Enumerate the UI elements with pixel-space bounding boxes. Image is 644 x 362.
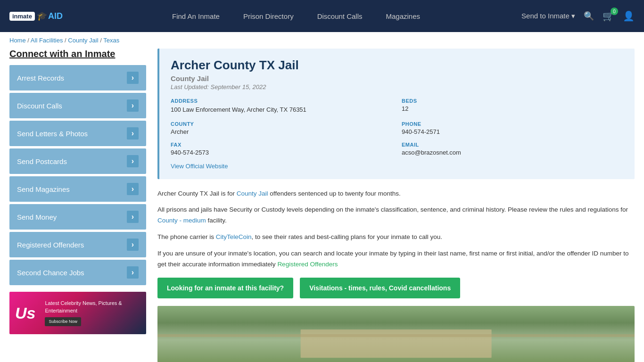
sidebar-item-arrest-records[interactable]: Arrest Records ›	[9, 65, 146, 90]
sidebar-item-send-letters[interactable]: Send Letters & Photos ›	[9, 121, 146, 146]
header-actions: Send to Inmate ▾ 🔍 🛒 0 👤	[521, 10, 635, 22]
logo-icon: inmate	[9, 12, 35, 21]
desc-para-1: Archer County TX Jail is for County Jail…	[157, 189, 635, 199]
desc-para-3: The phone carrier is CityTeleCoin, to se…	[157, 232, 635, 243]
beds-group: BEDS 12	[402, 98, 623, 115]
phone-group: PHONE 940-574-2571	[402, 121, 623, 135]
aerial-image-road	[157, 334, 635, 337]
sidebar-item-label: Discount Calls	[17, 102, 62, 110]
facility-card: Archer County TX Jail County Jail Last U…	[157, 49, 635, 179]
nav-discount-calls[interactable]: Discount Calls	[317, 12, 363, 20]
sidebar-item-label: Second Chance Jobs	[17, 269, 84, 277]
sidebar: Connect with an Inmate Arrest Records › …	[9, 49, 146, 334]
breadcrumb-texas[interactable]: Texas	[103, 37, 119, 44]
sidebar-item-label: Send Money	[17, 213, 57, 221]
facility-updated: Last Updated: September 15, 2022	[171, 83, 623, 90]
logo-hat-icon: 🎓	[37, 11, 47, 21]
sidebar-arrow-icon: ›	[127, 127, 139, 140]
beds-value: 12	[402, 105, 623, 112]
sidebar-arrow-icon: ›	[127, 183, 139, 195]
ad-subtext: Latest Celebrity News, Pictures & Entert…	[45, 300, 142, 314]
cart-wrapper[interactable]: 🛒 0	[603, 10, 614, 22]
phone-value: 940-574-2571	[402, 128, 623, 135]
facility-details: ADDRESS 100 Law Enforcement Way, Archer …	[171, 98, 623, 156]
nav-prison-directory[interactable]: Prison Directory	[243, 12, 294, 20]
sidebar-item-label: Arrest Records	[17, 74, 64, 82]
desc-para-4: If you are unsure of your inmate's locat…	[157, 248, 635, 270]
main-content: Archer County TX Jail County Jail Last U…	[157, 49, 635, 362]
ad-content: Latest Celebrity News, Pictures & Entert…	[41, 296, 146, 329]
facility-description: Archer County TX Jail is for County Jail…	[157, 189, 635, 271]
fax-label: FAX	[171, 142, 392, 148]
action-buttons: Looking for an inmate at this facility? …	[157, 278, 635, 298]
sidebar-arrow-icon: ›	[127, 211, 139, 223]
beds-label: BEDS	[402, 98, 623, 104]
search-icon[interactable]: 🔍	[584, 11, 594, 21]
visitations-button[interactable]: Visitations - times, rules, Covid cancel…	[300, 278, 460, 298]
sidebar-item-send-money[interactable]: Send Money ›	[9, 204, 146, 230]
sidebar-arrow-icon: ›	[127, 266, 139, 279]
logo[interactable]: inmate 🎓 AID	[9, 11, 71, 21]
county-group: COUNTY Archer	[171, 121, 392, 135]
address-group: ADDRESS 100 Law Enforcement Way, Archer …	[171, 98, 392, 115]
breadcrumb-home[interactable]: Home	[9, 37, 26, 44]
breadcrumb-county-jail[interactable]: County Jail	[68, 37, 98, 44]
county-label: COUNTY	[171, 121, 392, 127]
county-jail-link[interactable]: County Jail	[237, 190, 268, 197]
main-nav: Find An Inmate Prison Directory Discount…	[85, 12, 507, 20]
sidebar-arrow-icon: ›	[127, 99, 139, 112]
send-to-inmate-button[interactable]: Send to Inmate ▾	[521, 12, 575, 20]
looking-for-inmate-button[interactable]: Looking for an inmate at this facility?	[157, 278, 293, 298]
cart-badge: 0	[611, 8, 618, 15]
sidebar-item-send-magazines[interactable]: Send Magazines ›	[9, 176, 146, 202]
sidebar-title: Connect with an Inmate	[9, 49, 146, 59]
sidebar-arrow-icon: ›	[127, 155, 139, 167]
fax-value: 940-574-2573	[171, 149, 392, 156]
aerial-image-overlay	[301, 329, 492, 358]
desc-para-2: All prisons and jails have Security or C…	[157, 205, 635, 226]
fax-group: FAX 940-574-2573	[171, 142, 392, 156]
citytelecoin-link[interactable]: CityTeleCoin	[216, 233, 252, 240]
county-medium-link[interactable]: County - medium	[157, 217, 206, 224]
sidebar-item-send-postcards[interactable]: Send Postcards ›	[9, 148, 146, 174]
ad-brand-logo: Us	[9, 304, 41, 322]
address-label: ADDRESS	[171, 98, 392, 104]
email-label: EMAIL	[402, 142, 623, 148]
county-value: Archer	[171, 128, 392, 135]
sidebar-arrow-icon: ›	[127, 239, 139, 251]
main-layout: Connect with an Inmate Arrest Records › …	[0, 49, 644, 362]
facility-type: County Jail	[171, 74, 623, 82]
breadcrumb: Home / All Facilities / County Jail / Te…	[0, 32, 644, 49]
facility-name: Archer County TX Jail	[171, 58, 623, 73]
registered-offenders-link[interactable]: Registered Offenders	[277, 261, 338, 268]
view-website-link[interactable]: View Official Website	[171, 163, 228, 170]
site-header: inmate 🎓 AID Find An Inmate Prison Direc…	[0, 0, 644, 32]
phone-label: PHONE	[402, 121, 623, 127]
sidebar-item-registered-offenders[interactable]: Registered Offenders ›	[9, 232, 146, 257]
user-icon[interactable]: 👤	[623, 10, 635, 22]
sidebar-item-second-chance-jobs[interactable]: Second Chance Jobs ›	[9, 260, 146, 285]
sidebar-item-label: Send Postcards	[17, 157, 67, 165]
sidebar-item-label: Registered Offenders	[17, 241, 84, 249]
email-group: EMAIL acso@brazosnet.com	[402, 142, 623, 156]
sidebar-arrow-icon: ›	[127, 72, 139, 84]
logo-aid-text: AID	[48, 11, 63, 21]
sidebar-ad[interactable]: Us Latest Celebrity News, Pictures & Ent…	[9, 292, 146, 334]
sidebar-item-label: Send Letters & Photos	[17, 130, 88, 138]
sidebar-item-label: Send Magazines	[17, 185, 70, 193]
ad-subscribe-button[interactable]: Subscribe Now	[45, 317, 81, 326]
email-value: acso@brazosnet.com	[402, 149, 623, 156]
nav-find-inmate[interactable]: Find An Inmate	[172, 12, 220, 20]
nav-magazines[interactable]: Magazines	[386, 12, 421, 20]
address-value: 100 Law Enforcement Way, Archer City, TX…	[171, 105, 392, 115]
aerial-image	[157, 306, 635, 362]
breadcrumb-all-facilities[interactable]: All Facilities	[31, 37, 63, 44]
sidebar-item-discount-calls[interactable]: Discount Calls ›	[9, 93, 146, 118]
